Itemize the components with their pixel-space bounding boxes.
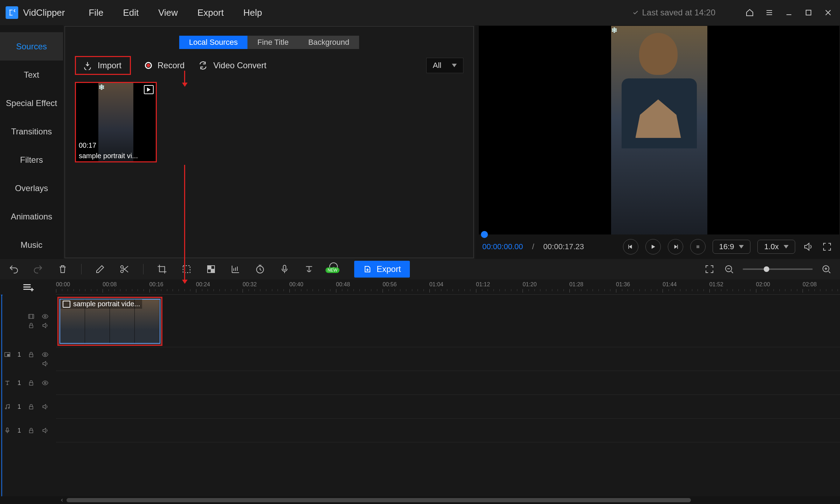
- svg-point-23: [44, 382, 46, 384]
- split-icon[interactable]: [119, 263, 131, 275]
- sidebar-item-text[interactable]: Text: [0, 61, 63, 89]
- tab-local-sources[interactable]: Local Sources: [179, 36, 247, 49]
- sidebar-item-filters[interactable]: Filters: [0, 146, 63, 174]
- marquee-icon[interactable]: [181, 263, 192, 275]
- video-track-body[interactable]: sample portrait vide...: [56, 295, 840, 347]
- ruler-tick: 00:32: [243, 281, 257, 288]
- pip-track-body[interactable]: [56, 347, 840, 371]
- mosaic-icon[interactable]: [205, 263, 217, 275]
- lock-icon[interactable]: [27, 351, 35, 358]
- aspect-ratio-dropdown[interactable]: 16:9: [713, 240, 751, 254]
- preview-screen[interactable]: [479, 26, 839, 234]
- play-button[interactable]: [645, 239, 661, 254]
- voice-track-body[interactable]: [56, 419, 840, 442]
- maximize-icon[interactable]: [802, 6, 815, 19]
- menu-export[interactable]: Export: [188, 7, 233, 18]
- timeline-ruler[interactable]: 00:0000:0800:1600:2400:3200:4000:4800:56…: [56, 279, 840, 295]
- timeline-clip[interactable]: sample portrait vide...: [57, 297, 162, 346]
- sidebar-item-transitions[interactable]: Transitions: [0, 117, 63, 146]
- menu-view[interactable]: View: [148, 7, 188, 18]
- import-button[interactable]: Import: [75, 56, 131, 75]
- minimize-icon[interactable]: [783, 6, 795, 19]
- convert-label: Video Convert: [213, 61, 266, 70]
- voice-icon[interactable]: [279, 263, 290, 275]
- sidebar-item-special-effect[interactable]: Special Effect: [0, 89, 63, 117]
- fullscreen-icon[interactable]: [821, 241, 833, 253]
- preview-panel: 00:00:00.00 / 00:00:17.23 16:9 1.0x: [475, 25, 840, 259]
- mute-icon[interactable]: [41, 427, 49, 434]
- sidebar-item-animations[interactable]: Animations: [0, 202, 63, 231]
- mute-icon[interactable]: [41, 403, 49, 411]
- track-number: 1: [18, 427, 21, 434]
- next-frame-button[interactable]: [668, 239, 683, 254]
- zoom-in-icon[interactable]: [820, 263, 832, 275]
- source-filter-dropdown[interactable]: All: [426, 58, 463, 73]
- sidebar: Sources Text Special Effect Transitions …: [0, 25, 63, 259]
- text-track-body[interactable]: [56, 371, 840, 395]
- playback-speed-dropdown[interactable]: 1.0x: [757, 240, 795, 254]
- clip-thumbnail: [76, 83, 156, 161]
- ruler-tick: 01:28: [569, 281, 583, 288]
- close-icon[interactable]: [822, 6, 834, 19]
- lock-icon[interactable]: [27, 379, 35, 387]
- hamburger-icon[interactable]: [763, 6, 776, 19]
- sidebar-item-sources[interactable]: Sources: [0, 32, 63, 61]
- playhead[interactable]: [1, 295, 2, 496]
- music-track-body[interactable]: [56, 395, 840, 419]
- tab-background[interactable]: Background: [299, 36, 359, 49]
- lock-icon[interactable]: [27, 403, 35, 411]
- ruler-tick: 02:00: [756, 281, 770, 288]
- text-to-speech-icon[interactable]: [303, 263, 315, 275]
- menu-help[interactable]: Help: [233, 7, 272, 18]
- chevron-down-icon: [452, 64, 457, 67]
- ruler-tick: 01:04: [429, 281, 443, 288]
- video-convert-button[interactable]: Video Convert: [198, 61, 266, 70]
- ruler-tick: 01:52: [709, 281, 723, 288]
- visibility-icon[interactable]: [41, 379, 49, 387]
- redo-icon[interactable]: [32, 263, 44, 275]
- lock-icon[interactable]: [27, 427, 35, 434]
- fit-timeline-icon[interactable]: [704, 263, 715, 275]
- ruler-tick: 00:24: [196, 281, 210, 288]
- lock-icon[interactable]: [27, 322, 35, 329]
- tab-fine-title[interactable]: Fine Title: [247, 36, 298, 49]
- record-button[interactable]: Record: [145, 61, 184, 70]
- horizontal-scrollbar[interactable]: [0, 496, 840, 504]
- prev-frame-button[interactable]: [623, 239, 638, 254]
- sidebar-item-overlays[interactable]: Overlays: [0, 174, 63, 202]
- stop-button[interactable]: [690, 239, 706, 254]
- clip-duration: 00:17: [79, 141, 96, 149]
- delete-icon[interactable]: [57, 263, 69, 275]
- new-badge: NEW: [326, 267, 340, 273]
- timecode-duration: 00:00:17.23: [543, 242, 584, 251]
- menu-edit[interactable]: Edit: [113, 7, 148, 18]
- export-button[interactable]: Export: [354, 261, 410, 278]
- add-track-icon[interactable]: [21, 282, 35, 292]
- video-track: sample portrait vide...: [0, 295, 840, 347]
- mute-icon[interactable]: [41, 322, 49, 329]
- export-icon: [363, 265, 372, 273]
- edit-icon[interactable]: [94, 263, 106, 275]
- svg-rect-11: [283, 265, 286, 270]
- zoom-slider[interactable]: [743, 268, 813, 270]
- timeline-tracks: sample portrait vide... 1 1: [0, 295, 840, 496]
- home-icon[interactable]: [743, 6, 756, 19]
- record-label: Record: [158, 61, 184, 70]
- timecode-separator: /: [532, 242, 534, 251]
- menu-file[interactable]: File: [79, 7, 113, 18]
- mute-icon[interactable]: [41, 360, 49, 368]
- visibility-icon[interactable]: [41, 313, 49, 320]
- sidebar-item-music[interactable]: Music: [0, 231, 63, 259]
- preview-scrubber-handle[interactable]: [481, 231, 488, 238]
- visibility-icon[interactable]: [41, 351, 49, 358]
- svg-rect-26: [29, 406, 33, 409]
- volume-icon[interactable]: [802, 241, 814, 253]
- undo-icon[interactable]: [8, 263, 20, 275]
- crop-icon[interactable]: [156, 263, 168, 275]
- preview-image: [611, 26, 707, 234]
- zoom-out-icon[interactable]: [723, 263, 735, 275]
- media-clip[interactable]: 00:17 sample portrait vi...: [75, 82, 157, 162]
- duration-icon[interactable]: [254, 263, 266, 275]
- chart-icon[interactable]: [230, 263, 241, 275]
- chevron-down-icon: [739, 245, 744, 248]
